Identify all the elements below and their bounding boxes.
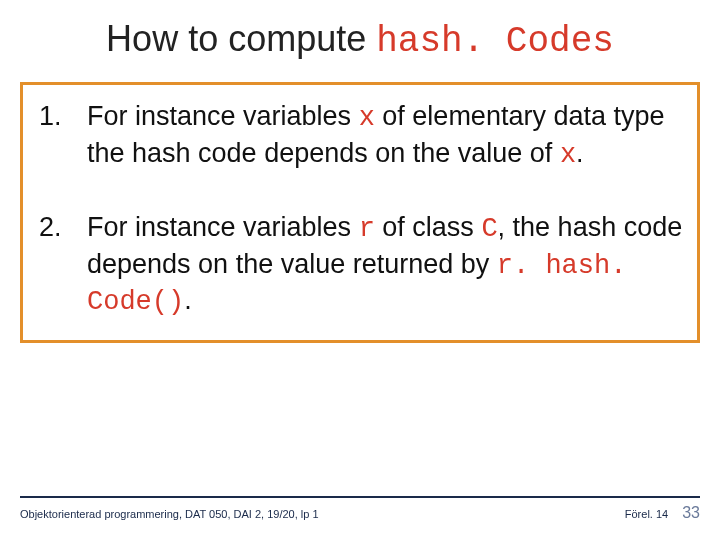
slide: How to compute hash. Codes For instance …: [0, 0, 720, 540]
list-item: For instance variables x of elementary d…: [35, 99, 685, 172]
text: .: [576, 138, 584, 168]
slide-title: How to compute hash. Codes: [0, 0, 720, 76]
code-inline: C: [481, 214, 497, 244]
text: of class: [375, 212, 482, 242]
content-box: For instance variables x of elementary d…: [20, 82, 700, 343]
footer-lecture: Förel. 14: [625, 508, 668, 520]
footer-right: Förel. 14 33: [625, 504, 700, 522]
footer-page-number: 33: [682, 504, 700, 522]
title-prefix: How to compute: [106, 18, 376, 59]
code-inline: r: [359, 214, 375, 244]
footer-course: Objektorienterad programmering, DAT 050,…: [20, 508, 319, 520]
points-list: For instance variables x of elementary d…: [35, 99, 685, 320]
footer: Objektorienterad programmering, DAT 050,…: [20, 496, 700, 522]
text: .: [184, 285, 192, 315]
code-inline: x: [359, 103, 375, 133]
list-item: For instance variables r of class C, the…: [35, 210, 685, 320]
text: For instance variables: [87, 101, 359, 131]
text: For instance variables: [87, 212, 359, 242]
footer-divider: [20, 496, 700, 498]
title-code: hash. Codes: [376, 21, 614, 62]
footer-row: Objektorienterad programmering, DAT 050,…: [20, 504, 700, 522]
code-inline: x: [560, 140, 576, 170]
